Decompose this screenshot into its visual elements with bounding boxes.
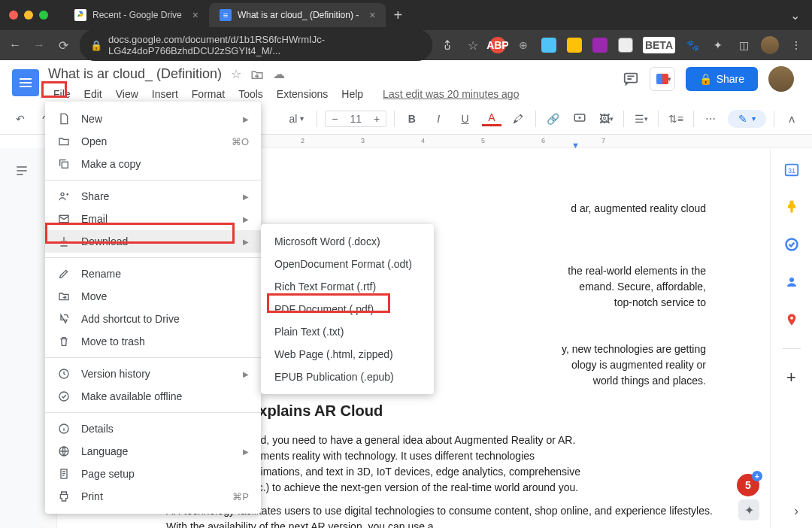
download-txt[interactable]: Plain Text (.txt) bbox=[261, 320, 434, 343]
extensions-puzzle-icon[interactable]: ✦ bbox=[710, 37, 726, 53]
menu-item-add-shortcut[interactable]: Add shortcut to Drive bbox=[45, 308, 261, 330]
font-size-increase[interactable]: + bbox=[368, 111, 386, 126]
menu-item-details[interactable]: Details bbox=[45, 417, 261, 440]
menu-item-open[interactable]: Open ⌘O bbox=[45, 130, 261, 153]
abp-extension-icon[interactable]: ABP bbox=[489, 37, 506, 53]
cloud-icon[interactable]: ☁ bbox=[273, 67, 285, 81]
download-epub[interactable]: EPUB Publication (.epub) bbox=[261, 366, 434, 388]
close-window-button[interactable] bbox=[9, 11, 18, 20]
comment-button[interactable] bbox=[570, 109, 589, 129]
share-icon[interactable] bbox=[441, 39, 456, 51]
download-odt[interactable]: OpenDocument Format (.odt) bbox=[261, 253, 434, 275]
menu-item-download[interactable]: Download ▶ bbox=[45, 230, 261, 253]
back-button[interactable]: ← bbox=[8, 38, 23, 52]
forward-button[interactable]: → bbox=[32, 38, 47, 52]
extension-icon-3[interactable] bbox=[592, 37, 608, 53]
pencil-icon bbox=[57, 268, 71, 280]
menu-view[interactable]: View bbox=[111, 85, 144, 103]
download-rtf[interactable]: Rich Text Format (.rtf) bbox=[261, 275, 434, 298]
extension-icon-5[interactable]: 🐾 bbox=[684, 37, 701, 53]
extension-icon-4[interactable] bbox=[617, 37, 634, 53]
close-tab-icon[interactable]: × bbox=[192, 9, 198, 21]
editing-mode-button[interactable]: ✎ ▾ bbox=[728, 110, 766, 128]
tasks-icon[interactable] bbox=[783, 235, 801, 253]
text-color-button[interactable]: A bbox=[482, 111, 501, 126]
image-button[interactable]: 🖼 ▾ bbox=[597, 109, 616, 129]
beta-badge[interactable]: BETA bbox=[643, 37, 675, 53]
menu-help[interactable]: Help bbox=[336, 85, 368, 103]
move-icon[interactable] bbox=[250, 68, 264, 81]
maps-icon[interactable] bbox=[783, 311, 801, 329]
line-spacing-button[interactable]: ⇅≡ bbox=[666, 109, 685, 129]
add-icon[interactable]: + bbox=[783, 369, 801, 387]
style-selector[interactable]: al ▾ bbox=[283, 111, 309, 127]
tab-drive[interactable]: Recent - Google Drive × bbox=[64, 3, 209, 27]
download-docx[interactable]: Microsoft Word (.docx) bbox=[261, 230, 434, 253]
menu-item-share[interactable]: Share ▶ bbox=[45, 185, 261, 208]
explore-button[interactable]: ✦ bbox=[738, 499, 759, 520]
star-icon[interactable]: ☆ bbox=[231, 67, 241, 81]
bold-button[interactable]: B bbox=[402, 109, 421, 129]
comment-history-icon[interactable] bbox=[623, 71, 639, 87]
sidepanel-icon[interactable]: ◫ bbox=[735, 37, 752, 53]
tab-docs[interactable]: ≡ What is ar cloud_ (Definition) - × bbox=[209, 3, 386, 27]
document-title[interactable]: What is ar cloud_ (Definition) bbox=[48, 66, 222, 82]
docs-logo[interactable] bbox=[12, 69, 39, 96]
menu-item-offline[interactable]: Make available offline bbox=[45, 385, 261, 408]
close-tab-icon[interactable]: × bbox=[369, 9, 375, 21]
contacts-icon[interactable] bbox=[783, 273, 801, 291]
menu-item-version-history[interactable]: Version history ▶ bbox=[45, 363, 261, 385]
keep-icon[interactable] bbox=[783, 198, 801, 216]
more-button[interactable]: ⋯ bbox=[701, 109, 720, 129]
account-avatar[interactable] bbox=[768, 66, 794, 92]
meet-button[interactable]: ▾ bbox=[650, 67, 675, 91]
calendar-icon[interactable]: 31 bbox=[783, 160, 801, 178]
menu-item-page-setup[interactable]: Page setup bbox=[45, 463, 261, 485]
new-tab-button[interactable]: + bbox=[386, 7, 410, 24]
menu-item-move-trash[interactable]: Move to trash bbox=[45, 330, 261, 353]
collapse-button[interactable]: ʌ bbox=[782, 109, 801, 129]
reload-button[interactable]: ⟳ bbox=[56, 38, 71, 53]
globe-extension-icon[interactable]: ⊕ bbox=[515, 37, 532, 53]
ruler-indent-marker[interactable]: ▼ bbox=[571, 141, 580, 150]
star-icon[interactable]: ☆ bbox=[465, 38, 480, 53]
align-button[interactable]: ☰ ▾ bbox=[632, 109, 650, 129]
menu-extensions[interactable]: Extensions bbox=[271, 85, 333, 103]
plus-icon: + bbox=[752, 471, 762, 481]
extension-icon-2[interactable] bbox=[566, 37, 583, 53]
download-pdf[interactable]: PDF Document (.pdf) bbox=[261, 298, 434, 320]
last-edit-link[interactable]: Last edit was 20 minutes ago bbox=[377, 85, 524, 103]
sidebar-collapse-icon[interactable]: › bbox=[794, 503, 798, 519]
menu-file[interactable]: File bbox=[48, 85, 76, 103]
menu-item-new[interactable]: New ▶ bbox=[45, 108, 261, 130]
share-button[interactable]: 🔒 Share bbox=[686, 67, 758, 91]
kebab-menu-icon[interactable]: ⋮ bbox=[788, 37, 804, 53]
menu-tools[interactable]: Tools bbox=[233, 85, 268, 103]
chevron-down-icon[interactable]: ⌄ bbox=[790, 8, 812, 23]
menu-item-move[interactable]: Move bbox=[45, 285, 261, 308]
menu-format[interactable]: Format bbox=[186, 85, 230, 103]
menu-item-language[interactable]: Language ▶ bbox=[45, 440, 261, 463]
link-button[interactable]: 🔗 bbox=[544, 109, 562, 129]
font-size-decrease[interactable]: − bbox=[326, 111, 344, 126]
profile-avatar[interactable] bbox=[761, 36, 779, 54]
menu-item-print[interactable]: Print ⌘P bbox=[45, 485, 261, 508]
folder-move-icon bbox=[57, 290, 71, 302]
extension-icon-1[interactable] bbox=[541, 37, 557, 53]
maximize-window-button[interactable] bbox=[39, 11, 48, 20]
underline-button[interactable]: U bbox=[456, 109, 474, 129]
menu-insert[interactable]: Insert bbox=[147, 85, 183, 103]
undo-button[interactable]: ↶ bbox=[11, 109, 29, 129]
font-size-value[interactable]: 11 bbox=[344, 111, 368, 126]
menu-item-email[interactable]: Email ▶ bbox=[45, 208, 261, 230]
menu-item-make-copy[interactable]: Make a copy bbox=[45, 153, 261, 175]
highlight-button[interactable]: 🖍 bbox=[509, 109, 528, 129]
minimize-window-button[interactable] bbox=[24, 11, 33, 20]
address-bar[interactable]: 🔒 docs.google.com/document/d/1b1RS6fcHWr… bbox=[80, 29, 432, 61]
menu-edit[interactable]: Edit bbox=[79, 85, 108, 103]
outline-icon[interactable] bbox=[14, 163, 29, 178]
download-html[interactable]: Web Page (.html, zipped) bbox=[261, 343, 434, 366]
menu-item-rename[interactable]: Rename bbox=[45, 262, 261, 285]
notification-badge[interactable]: 5 + bbox=[737, 474, 759, 496]
italic-button[interactable]: I bbox=[429, 109, 448, 129]
